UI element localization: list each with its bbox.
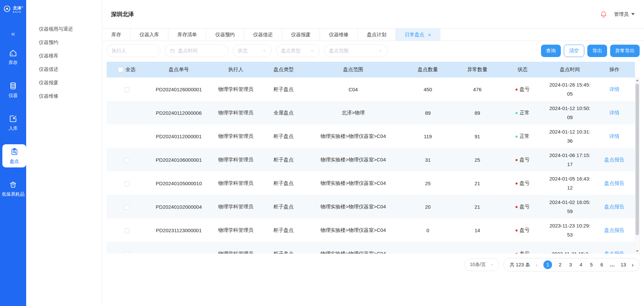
submenu-item-scrap[interactable]: 仪器报废 — [26, 76, 102, 89]
submenu-item-repair[interactable]: 仪器维修 — [26, 89, 102, 103]
select-all-checkbox[interactable] — [118, 67, 123, 72]
chevron-down-icon — [631, 13, 635, 15]
qty-cell: 25 — [400, 171, 455, 195]
export-button[interactable]: 导出 — [587, 45, 607, 57]
action-link[interactable]: 详情 — [609, 133, 620, 139]
table-header: 全选 盘点单号执行人盘点类型盘点范围盘点数量异常数量状态盘点时间操作 — [107, 62, 635, 78]
tab-daily-stocktake[interactable]: 日常盘点× — [396, 29, 440, 41]
order-no-cell: PD20240105000010 — [147, 171, 211, 195]
page-number[interactable]: 6 — [599, 262, 604, 267]
row-checkbox[interactable] — [124, 158, 129, 163]
app-root: 北泽® BAZE « 库存仪器入库盘点低值易耗品 仪器领用与退还仪器预约仪器移库… — [0, 0, 644, 306]
filter-stocktake-type[interactable]: 盘点类型 — [276, 44, 320, 57]
time-cell: 2023-11-23 10:29:53 — [546, 218, 594, 242]
tab-label: 仪器入库 — [140, 32, 159, 38]
row-checkbox[interactable] — [124, 252, 129, 254]
row-select-cell — [107, 124, 147, 148]
filter-stocktake-range[interactable]: 盘点范围 — [324, 44, 388, 57]
sidebar-item-instruments[interactable]: 仪器 — [0, 79, 26, 102]
clear-button[interactable]: 清空 — [564, 45, 584, 57]
notification-bell-icon[interactable] — [600, 10, 607, 18]
row-select-cell — [107, 242, 147, 254]
tab-bar: 库存仪器入库库存清单仪器预约仪器借还仪器报废仪器维修盘点计划日常盘点× — [102, 28, 644, 41]
prev-page-icon[interactable]: ‹ — [536, 262, 538, 268]
row-select-cell — [107, 101, 147, 124]
sidebar-item-inbound[interactable]: 入库 — [0, 111, 26, 135]
scrollbar-thumb[interactable] — [636, 84, 639, 235]
row-checkbox[interactable] — [124, 205, 129, 210]
tab-instrument-reservation[interactable]: 仪器预约 — [206, 29, 244, 41]
abnormal-cell: 91 — [455, 124, 499, 148]
page-ellipsis[interactable]: ... — [610, 262, 615, 267]
page-number[interactable]: 3 — [568, 262, 573, 267]
search-button[interactable]: 查询 — [541, 45, 561, 57]
action-link[interactable]: 详情 — [609, 110, 620, 115]
tab-instrument-borrow[interactable]: 仪器借还 — [244, 29, 282, 41]
executor-cell: 物理学科管理员 — [211, 148, 261, 171]
sidebar-item-label: 低值易耗品 — [2, 191, 24, 197]
column-header: 异常数量 — [455, 62, 499, 78]
action-link[interactable]: 盘点报告 — [604, 204, 625, 209]
action-link[interactable]: 详情 — [609, 86, 620, 92]
sidebar-item-consumables[interactable]: 低值易耗品 — [0, 177, 26, 200]
row-checkbox[interactable] — [124, 181, 129, 186]
sidebar-item-stocktake[interactable]: 盘点 — [2, 144, 26, 167]
filter-stocktake-time[interactable]: 盘点时间 — [165, 44, 228, 57]
tab-instrument-scrap[interactable]: 仪器报废 — [282, 29, 320, 41]
row-checkbox[interactable] — [124, 228, 129, 233]
scroll-down-icon[interactable] — [635, 249, 639, 253]
filter-executor[interactable]: 执行人 — [107, 44, 160, 57]
total-count: 共 123 条 — [509, 262, 530, 268]
status-cell: 盘亏 — [499, 148, 546, 171]
column-header: 执行人 — [211, 62, 261, 78]
submenu-item-reservation[interactable]: 仪器预约 — [26, 36, 102, 49]
range-cell: 物理实验楼>物理仪器室>C04 — [306, 124, 400, 148]
stocktake-time: 2024-01-12 10:31:36 — [549, 127, 591, 145]
row-checkbox[interactable] — [124, 87, 129, 92]
order-no-cell: PD20240112000001 — [147, 124, 211, 148]
status-label: 盘亏 — [520, 86, 530, 93]
status-badge: 盘亏 — [516, 86, 530, 93]
content: 执行人盘点时间状态盘点类型盘点范围 查询 清空 导出 异常导出 — [102, 41, 644, 306]
sidebar-collapse-icon[interactable]: « — [11, 30, 15, 37]
table-wrap: 全选 盘点单号执行人盘点类型盘点范围盘点数量异常数量状态盘点时间操作 PD202… — [107, 62, 640, 254]
scroll-up-icon[interactable] — [635, 78, 639, 83]
page-size-select[interactable]: 10条/页 — [464, 258, 499, 271]
status-cell: 盘亏 — [499, 78, 546, 101]
page-number[interactable]: 1 — [543, 260, 552, 269]
page-number[interactable]: 4 — [579, 262, 583, 267]
filter-status[interactable]: 状态 — [233, 44, 272, 57]
order-no-cell: PD20240112000006 — [147, 101, 211, 124]
tab-stocktake-plan[interactable]: 盘点计划 — [358, 29, 396, 41]
submenu-item-requisition-return[interactable]: 仪器领用与退还 — [26, 22, 102, 36]
action-link[interactable]: 盘点报告 — [604, 157, 625, 162]
range-cell: 物理实验楼>物理仪器室>C04 — [306, 195, 400, 218]
page-number[interactable]: 13 — [621, 262, 626, 267]
type-cell: 柜子盘点 — [261, 78, 306, 101]
sidebar-item-inventory[interactable]: 库存 — [0, 46, 26, 69]
table-row: PD20240112000001物理学科管理员柜子盘点物理实验楼>物理仪器室>C… — [107, 124, 635, 148]
stocktake-time: 2023-11-23 10:29:53 — [549, 221, 591, 239]
action-link[interactable]: 盘点报告 — [604, 227, 625, 233]
range-cell: 物理实验楼>物理仪器室>C04 — [306, 218, 400, 242]
type-cell: 全屋盘点 — [261, 101, 306, 124]
tab-close-icon[interactable]: × — [428, 32, 431, 37]
chevron-down-icon — [262, 48, 267, 53]
tab-instrument-inbound[interactable]: 仪器入库 — [130, 29, 168, 41]
page-number[interactable]: 5 — [589, 262, 594, 267]
filter-placeholder: 执行人 — [112, 48, 126, 54]
type-cell: 柜子盘点 — [261, 218, 306, 242]
action-cell: 详情 — [594, 124, 635, 148]
page-number[interactable]: 2 — [558, 262, 562, 267]
action-link[interactable]: 盘点报告 — [604, 251, 625, 254]
vertical-scrollbar[interactable] — [635, 78, 640, 254]
submenu-item-relocation[interactable]: 仪器移库 — [26, 49, 102, 62]
submenu-item-borrow-return[interactable]: 仪器借还 — [26, 62, 102, 76]
user-menu[interactable]: 管理员 — [614, 11, 635, 17]
next-page-icon[interactable]: › — [632, 262, 634, 268]
tab-inventory[interactable]: 库存 — [102, 29, 130, 41]
action-link[interactable]: 盘点报告 — [604, 180, 625, 186]
tab-inventory-list[interactable]: 库存清单 — [168, 29, 206, 41]
tab-instrument-repair[interactable]: 仪器维修 — [320, 29, 358, 41]
abnormal-export-button[interactable]: 异常导出 — [610, 45, 640, 57]
